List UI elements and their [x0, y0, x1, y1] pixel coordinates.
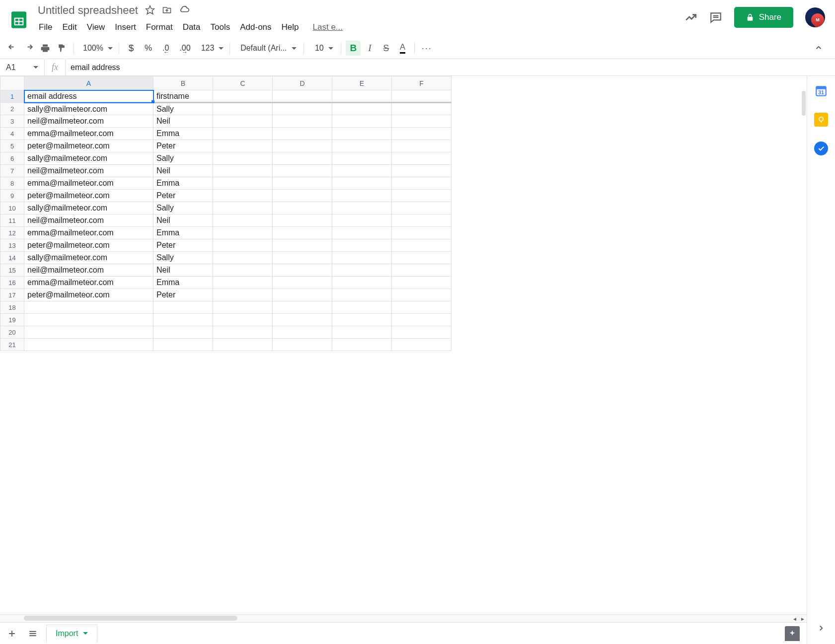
cell-D4[interactable]: [273, 128, 332, 140]
formula-input[interactable]: email address: [66, 63, 835, 72]
add-sheet-button[interactable]: [5, 627, 19, 641]
cell-A16[interactable]: emma@mailmeteor.com: [24, 277, 153, 289]
cell-D8[interactable]: [273, 177, 332, 190]
scroll-left-icon[interactable]: ◄: [791, 615, 799, 623]
cell-F16[interactable]: [392, 277, 452, 289]
redo-button[interactable]: [21, 41, 36, 56]
cell-D7[interactable]: [273, 165, 332, 177]
cell-D17[interactable]: [273, 289, 332, 301]
cell-F8[interactable]: [392, 177, 452, 190]
account-avatar[interactable]: M: [805, 7, 825, 27]
cell-F11[interactable]: [392, 215, 452, 227]
cell-B19[interactable]: [153, 314, 213, 326]
column-header-B[interactable]: B: [153, 76, 213, 90]
sheet-tab-import[interactable]: Import: [47, 625, 97, 643]
cell-D13[interactable]: [273, 239, 332, 252]
cell-A8[interactable]: emma@mailmeteor.com: [24, 177, 153, 190]
cell-C8[interactable]: [213, 177, 273, 190]
cell-E13[interactable]: [332, 239, 392, 252]
cell-A18[interactable]: [24, 301, 153, 314]
cell-C10[interactable]: [213, 202, 273, 215]
row-header[interactable]: 19: [0, 314, 24, 326]
cell-A14[interactable]: sally@mailmeteor.com: [24, 252, 153, 264]
cell-B15[interactable]: Neil: [153, 264, 213, 277]
spreadsheet-grid[interactable]: ABCDEF1email addressfirstname2sally@mail…: [0, 76, 807, 614]
row-header[interactable]: 8: [0, 177, 24, 190]
cell-D1[interactable]: [273, 90, 332, 103]
cell-E14[interactable]: [332, 252, 392, 264]
row-header[interactable]: 20: [0, 326, 24, 339]
cell-F21[interactable]: [392, 339, 452, 351]
cell-C13[interactable]: [213, 239, 273, 252]
cell-B3[interactable]: Neil: [153, 115, 213, 128]
calendar-icon[interactable]: 31: [814, 84, 828, 98]
menu-insert[interactable]: Insert: [110, 20, 141, 35]
cell-F18[interactable]: [392, 301, 452, 314]
column-header-D[interactable]: D: [273, 76, 332, 90]
cell-D15[interactable]: [273, 264, 332, 277]
cell-F12[interactable]: [392, 227, 452, 239]
strikethrough-button[interactable]: S: [379, 41, 393, 56]
cell-D19[interactable]: [273, 314, 332, 326]
cell-A10[interactable]: sally@mailmeteor.com: [24, 202, 153, 215]
cell-D10[interactable]: [273, 202, 332, 215]
row-header[interactable]: 10: [0, 202, 24, 215]
increase-decimal-button[interactable]: .00→: [175, 41, 195, 56]
cell-D9[interactable]: [273, 190, 332, 202]
cell-E18[interactable]: [332, 301, 392, 314]
row-header[interactable]: 2: [0, 103, 24, 115]
cell-F15[interactable]: [392, 264, 452, 277]
cell-A6[interactable]: sally@mailmeteor.com: [24, 152, 153, 165]
text-color-button[interactable]: A: [395, 41, 410, 56]
side-panel-collapse-icon[interactable]: [817, 624, 826, 634]
all-sheets-button[interactable]: [26, 627, 40, 641]
cell-B4[interactable]: Emma: [153, 128, 213, 140]
name-box[interactable]: A1: [0, 59, 45, 75]
cell-D20[interactable]: [273, 326, 332, 339]
cell-B2[interactable]: Sally: [153, 103, 213, 115]
cell-D12[interactable]: [273, 227, 332, 239]
cell-E4[interactable]: [332, 128, 392, 140]
cell-B11[interactable]: Neil: [153, 215, 213, 227]
cell-F4[interactable]: [392, 128, 452, 140]
cell-B6[interactable]: Sally: [153, 152, 213, 165]
row-header[interactable]: 17: [0, 289, 24, 301]
italic-button[interactable]: I: [362, 41, 377, 56]
document-title[interactable]: Untitled spreadsheet: [34, 4, 138, 17]
menu-view[interactable]: View: [82, 20, 110, 35]
row-header[interactable]: 3: [0, 115, 24, 128]
cell-F6[interactable]: [392, 152, 452, 165]
menu-add-ons[interactable]: Add-ons: [235, 20, 276, 35]
cell-F1[interactable]: [392, 90, 452, 103]
cell-A11[interactable]: neil@mailmeteor.com: [24, 215, 153, 227]
cell-D5[interactable]: [273, 140, 332, 152]
cell-C17[interactable]: [213, 289, 273, 301]
cell-E8[interactable]: [332, 177, 392, 190]
cell-A2[interactable]: sally@mailmeteor.com: [24, 103, 153, 115]
vertical-scrollbar[interactable]: [802, 91, 806, 116]
row-header[interactable]: 1: [0, 90, 24, 103]
explore-button[interactable]: [785, 626, 800, 641]
decrease-decimal-button[interactable]: .0←: [158, 41, 173, 56]
cell-E6[interactable]: [332, 152, 392, 165]
sheets-logo-icon[interactable]: [9, 7, 29, 33]
cell-E15[interactable]: [332, 264, 392, 277]
cell-B14[interactable]: Sally: [153, 252, 213, 264]
cell-A4[interactable]: emma@mailmeteor.com: [24, 128, 153, 140]
cell-E2[interactable]: [332, 103, 392, 115]
cell-C4[interactable]: [213, 128, 273, 140]
bold-button[interactable]: B: [346, 41, 361, 56]
format-percent-button[interactable]: %: [140, 41, 156, 56]
row-header[interactable]: 21: [0, 339, 24, 351]
cell-B8[interactable]: Emma: [153, 177, 213, 190]
font-size-dropdown[interactable]: 10: [308, 41, 336, 56]
cell-E17[interactable]: [332, 289, 392, 301]
cell-A12[interactable]: emma@mailmeteor.com: [24, 227, 153, 239]
cell-A7[interactable]: neil@mailmeteor.com: [24, 165, 153, 177]
cell-C18[interactable]: [213, 301, 273, 314]
cell-A9[interactable]: peter@mailmeteor.com: [24, 190, 153, 202]
cell-A1[interactable]: email address: [24, 90, 153, 103]
activity-icon[interactable]: [684, 11, 697, 24]
row-header[interactable]: 18: [0, 301, 24, 314]
undo-button[interactable]: [5, 41, 20, 56]
